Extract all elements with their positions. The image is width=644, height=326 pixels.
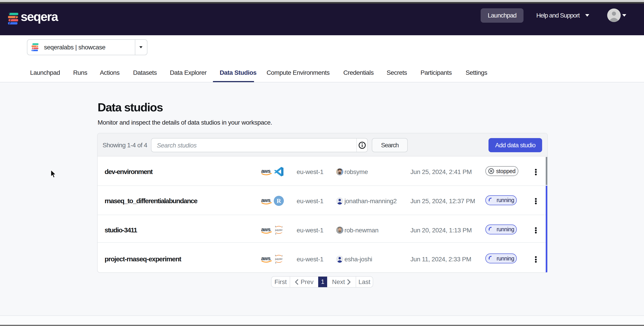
svg-text:jupyter: jupyter [275, 258, 282, 260]
svg-text:R: R [277, 198, 281, 204]
svg-text:aws: aws [261, 168, 270, 174]
svg-text:aws: aws [261, 256, 270, 261]
svg-text:aws: aws [261, 227, 270, 232]
svg-text:aws: aws [261, 198, 270, 203]
svg-text:jupyter: jupyter [275, 229, 282, 231]
